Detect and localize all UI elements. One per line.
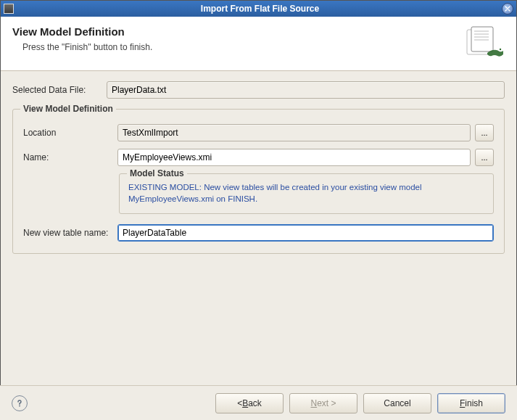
window-title: Import From Flat File Source — [18, 4, 502, 14]
close-icon — [505, 6, 510, 12]
wizard-content: Selected Data File: View Model Definitio… — [1, 71, 516, 261]
group-legend: View Model Definition — [20, 104, 116, 114]
app-icon — [4, 4, 14, 14]
help-icon — [15, 399, 24, 408]
wizard-button-bar: < Back Next > Cancel Finish — [0, 385, 517, 420]
banner-heading: View Model Definition — [12, 25, 460, 38]
name-field[interactable] — [117, 149, 471, 166]
cancel-button[interactable]: Cancel — [363, 393, 431, 413]
svg-point-7 — [19, 405, 20, 406]
model-status-legend: Model Status — [127, 168, 187, 178]
name-browse-button[interactable]: ... — [475, 149, 494, 166]
new-table-name-label: New view table name: — [23, 228, 117, 238]
location-browse-button[interactable]: ... — [475, 124, 494, 141]
model-status-text: EXISTING MODEL: New view tables will be … — [128, 181, 484, 205]
selected-file-field — [107, 81, 505, 99]
window-close-button[interactable] — [502, 3, 513, 15]
wizard-banner: View Model Definition Press the "Finish"… — [1, 17, 516, 71]
svg-point-6 — [500, 49, 501, 50]
name-label: Name: — [23, 152, 117, 162]
view-model-definition-group: View Model Definition Location ... Name:… — [12, 109, 505, 254]
svg-rect-1 — [471, 27, 493, 52]
model-status-group: Model Status EXISTING MODEL: New view ta… — [119, 173, 494, 214]
selected-file-row: Selected Data File: — [12, 81, 505, 99]
window-titlebar: Import From Flat File Source — [1, 1, 516, 17]
finish-button[interactable]: Finish — [437, 393, 505, 413]
selected-file-label: Selected Data File: — [12, 85, 107, 95]
banner-icon — [466, 25, 505, 60]
location-field[interactable] — [117, 124, 471, 141]
next-button: Next > — [289, 393, 357, 413]
location-label: Location — [23, 128, 117, 138]
help-button[interactable] — [12, 395, 28, 411]
banner-subtext: Press the "Finish" button to finish. — [22, 42, 460, 52]
back-button[interactable]: < Back — [215, 393, 284, 413]
new-table-name-field[interactable] — [117, 224, 494, 242]
